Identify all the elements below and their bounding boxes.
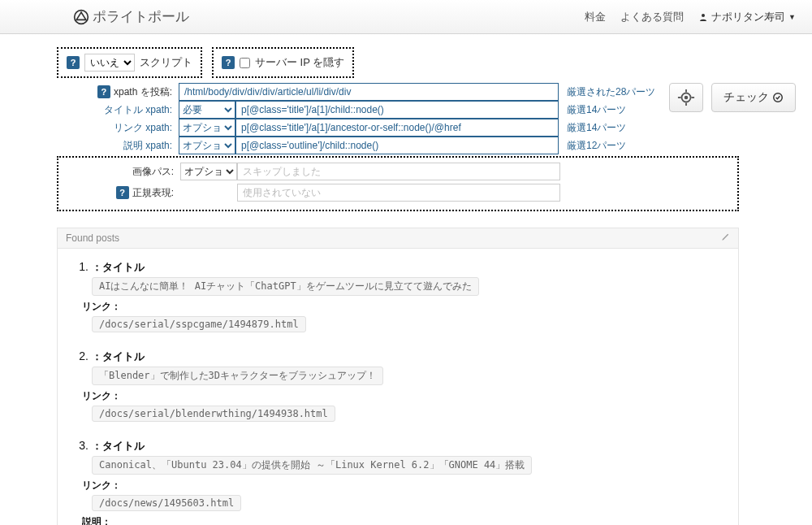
post-number: 1.	[72, 260, 89, 273]
results-body: 1. ：タイトルAIはこんなに簡単！ AIチャット「ChatGPT」をゲームツー…	[57, 249, 739, 525]
desc-xpath-input[interactable]	[235, 137, 559, 154]
post-title-value: 「Blender」で制作した3Dキャラクターをブラッシュアップ！	[92, 367, 383, 385]
post-item: 3. ：タイトルCanonical、「Ubuntu 23.04」の提供を開始 ～…	[72, 439, 723, 525]
image-path-input[interactable]	[237, 163, 560, 180]
script-box: ? いいえ スクリプト	[57, 47, 202, 78]
help-icon[interactable]: ?	[116, 186, 129, 199]
help-icon[interactable]: ?	[97, 85, 110, 98]
user-icon	[698, 12, 708, 22]
caret-down-icon: ▼	[788, 13, 796, 21]
link-select[interactable]: オプション	[179, 119, 235, 137]
nav-pricing[interactable]: 料金	[585, 10, 606, 24]
post-title-label: ：タイトル	[92, 350, 145, 362]
link-xpath-input[interactable]	[235, 119, 559, 137]
target-button[interactable]	[669, 83, 703, 112]
post-xpath-label: xpath を投稿:	[114, 85, 172, 99]
user-menu[interactable]: ナポリタン寿司 ▼	[698, 10, 796, 24]
script-label: スクリプト	[140, 55, 192, 70]
results-header: Found posts	[57, 228, 739, 249]
results-header-label: Found posts	[66, 232, 119, 244]
brand-text: ポライトポール	[93, 7, 189, 26]
navbar: ポライトポール 料金 よくある質問 ナポリタン寿司 ▼	[0, 0, 812, 34]
pencil-icon[interactable]	[721, 232, 730, 244]
post-xpath-input[interactable]	[179, 83, 559, 101]
post-title-value: AIはこんなに簡単！ AIチャット「ChatGPT」をゲームツールに見立てて遊ん…	[92, 277, 479, 296]
post-link-label: リンク：	[82, 479, 723, 492]
desc-xpath-label: 説明 xpath:	[57, 139, 179, 153]
desc-select[interactable]: オプション	[179, 137, 235, 154]
svg-point-7	[685, 97, 688, 99]
script-select[interactable]: いいえ	[84, 54, 135, 72]
regex-input[interactable]	[237, 184, 560, 202]
post-link-value: /docs/serial/blenderwthing/1494938.html	[92, 406, 335, 422]
post-title-label: ：タイトル	[92, 261, 145, 273]
nav-faq[interactable]: よくある質問	[620, 10, 684, 24]
brand-link[interactable]: ポライトポール	[73, 7, 189, 26]
title-select[interactable]: 必要	[179, 101, 235, 119]
post-title-label: ：タイトル	[92, 440, 145, 452]
image-select[interactable]: オプション	[180, 163, 237, 180]
regex-label: 正規表現:	[132, 186, 174, 200]
title-xpath-label: タイトル xpath:	[57, 103, 179, 117]
link-xpath-label: リンク xpath:	[57, 121, 179, 135]
post-link-value: /docs/serial/sspcgame/1494879.html	[92, 316, 306, 332]
check-circle-icon	[772, 92, 784, 103]
image-path-label: 画像パス:	[58, 165, 180, 179]
check-button[interactable]: チェック	[711, 83, 796, 112]
help-icon[interactable]: ?	[67, 56, 80, 69]
post-link-value: /docs/news/1495603.html	[92, 495, 241, 511]
post-title-value: Canonical、「Ubuntu 23.04」の提供を開始 ～「Linux K…	[92, 456, 532, 475]
post-number: 2.	[72, 349, 89, 362]
post-link-label: リンク：	[82, 300, 723, 314]
user-name: ナポリタン寿司	[711, 10, 785, 24]
hide-ip-checkbox[interactable]	[240, 58, 250, 68]
desc-xpath-hint: 厳選12パーツ	[567, 139, 626, 153]
help-icon[interactable]: ?	[222, 56, 235, 69]
crosshair-icon	[677, 89, 695, 106]
post-desc-label: 説明：	[82, 515, 723, 525]
hide-ip-box: ? サーバー IP を隠す	[212, 47, 354, 78]
extra-options-box: 画像パス: オプション ?正規表現:	[57, 156, 739, 211]
svg-point-1	[702, 14, 705, 17]
post-item: 1. ：タイトルAIはこんなに簡単！ AIチャット「ChatGPT」をゲームツー…	[72, 260, 723, 335]
hide-ip-label: サーバー IP を隠す	[255, 55, 344, 70]
post-xpath-hint: 厳選された28パーツ	[567, 85, 655, 99]
post-number: 3.	[72, 439, 89, 452]
post-item: 2. ：タイトル「Blender」で制作した3Dキャラクターをブラッシュアップ！…	[72, 349, 723, 424]
post-link-label: リンク：	[82, 389, 723, 403]
title-xpath-input[interactable]	[235, 101, 559, 119]
check-button-label: チェック	[723, 90, 769, 105]
title-xpath-hint: 厳選14パーツ	[567, 103, 626, 117]
brand-logo-icon	[73, 9, 89, 25]
link-xpath-hint: 厳選14パーツ	[567, 121, 626, 135]
